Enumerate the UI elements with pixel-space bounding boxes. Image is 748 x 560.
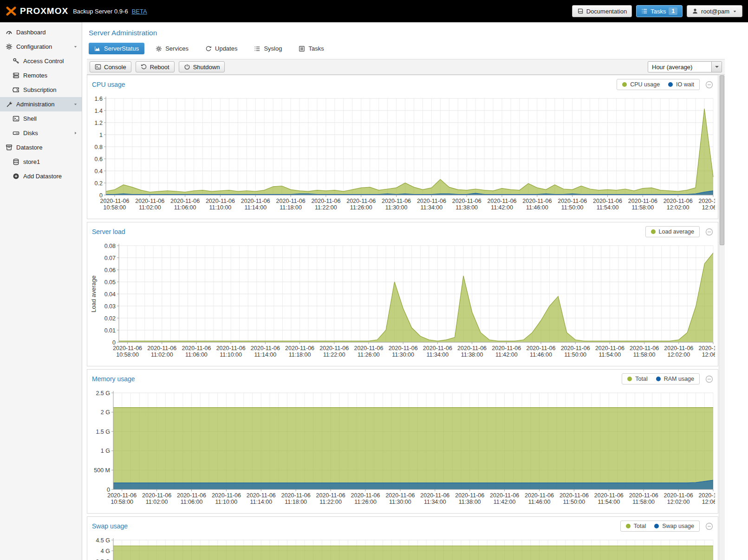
sidebar-item-label: Remotes xyxy=(23,72,47,79)
legend-dot-icon xyxy=(656,377,661,381)
documentation-label: Documentation xyxy=(586,8,627,15)
memory-usage-chart: 0500 M1 G1.5 G2 G2.5 G2020-11-0610:58:00… xyxy=(90,388,715,509)
tab-syslog[interactable]: Syslog xyxy=(248,43,287,54)
tab-tasks[interactable]: Tasks xyxy=(293,43,329,54)
svg-text:11:06:00: 11:06:00 xyxy=(185,352,208,358)
user-menu-button[interactable]: root@pam xyxy=(687,5,742,17)
legend-label: Total xyxy=(634,523,646,529)
svg-text:11:14:00: 11:14:00 xyxy=(254,352,276,358)
svg-text:11:42:00: 11:42:00 xyxy=(495,352,518,358)
svg-text:11:50:00: 11:50:00 xyxy=(564,352,586,358)
toolbar-button-label: Console xyxy=(104,64,126,71)
beta-link[interactable]: BETA xyxy=(132,8,147,15)
power-icon xyxy=(184,64,190,70)
svg-text:2020-11-06: 2020-11-06 xyxy=(247,492,276,499)
svg-text:11:26:00: 11:26:00 xyxy=(354,499,377,505)
scrollbar-thumb[interactable] xyxy=(720,75,724,245)
tab-updates[interactable]: Updates xyxy=(200,43,243,54)
svg-text:11:38:00: 11:38:00 xyxy=(455,204,478,211)
collapse-panel-button[interactable] xyxy=(705,81,713,89)
svg-text:11:22:00: 11:22:00 xyxy=(315,204,337,211)
svg-text:0.02: 0.02 xyxy=(104,315,116,322)
svg-text:10:58:00: 10:58:00 xyxy=(111,499,133,505)
svg-text:11:42:00: 11:42:00 xyxy=(494,499,516,505)
svg-text:0.2: 0.2 xyxy=(95,180,103,187)
sidebar-item-subscription[interactable]: Subscription xyxy=(0,83,82,97)
combo-trigger[interactable] xyxy=(711,62,722,72)
tab-services[interactable]: Services xyxy=(150,43,194,54)
legend-item: Total xyxy=(627,376,647,382)
reboot-button[interactable]: Reboot xyxy=(136,61,175,72)
svg-text:2020-11-06: 2020-11-06 xyxy=(457,345,487,352)
svg-text:12:06:00: 12:06:00 xyxy=(702,352,715,358)
caret-down-icon xyxy=(73,44,78,49)
sidebar-item-dashboard[interactable]: Dashboard xyxy=(0,25,82,39)
svg-text:2020-11-06: 2020-11-06 xyxy=(698,492,715,499)
sidebar-item-administration[interactable]: Administration xyxy=(0,97,82,111)
proxmox-x-icon xyxy=(6,7,17,16)
scrollbar[interactable] xyxy=(719,75,725,560)
legend-dot-icon xyxy=(651,229,656,234)
svg-text:2020-11-06: 2020-11-06 xyxy=(281,492,311,499)
legend-dot-icon xyxy=(627,377,632,381)
svg-text:2020-11-06: 2020-11-06 xyxy=(311,198,340,204)
tab-label: Tasks xyxy=(308,45,324,52)
tasks-button[interactable]: Tasks 1 xyxy=(636,5,683,17)
svg-text:2020-11-06: 2020-11-06 xyxy=(663,198,693,204)
database-icon xyxy=(13,158,20,165)
svg-text:11:46:00: 11:46:00 xyxy=(528,499,551,505)
collapse-panel-button[interactable] xyxy=(705,228,713,236)
panel-title: CPU usage xyxy=(92,81,125,88)
svg-text:11:54:00: 11:54:00 xyxy=(597,204,619,211)
legend-item: CPU usage xyxy=(622,81,660,88)
svg-text:2020-11-06: 2020-11-06 xyxy=(319,345,349,352)
svg-text:2020-11-06: 2020-11-06 xyxy=(385,492,415,499)
sidebar-item-add-datastore[interactable]: Add Datastore xyxy=(0,169,82,183)
sidebar-item-datastore[interactable]: Datastore xyxy=(0,140,82,155)
sidebar-item-label: Subscription xyxy=(23,86,57,93)
app-root: PROXMOX Backup Server 0.9-6 BETA Documen… xyxy=(0,0,748,560)
svg-text:11:22:00: 11:22:00 xyxy=(319,499,342,505)
tab-serverstatus[interactable]: ServerStatus xyxy=(89,43,144,54)
caret-right-icon xyxy=(73,130,78,136)
svg-text:11:22:00: 11:22:00 xyxy=(323,352,345,358)
sidebar-item-access-control[interactable]: Access Control xyxy=(0,54,82,68)
svg-text:0.08: 0.08 xyxy=(104,243,116,249)
svg-text:2020-11-06: 2020-11-06 xyxy=(177,492,206,499)
legend-dot-icon xyxy=(654,524,659,528)
svg-text:500 M: 500 M xyxy=(94,467,110,474)
panel-header: CPU usageCPU usageIO wait xyxy=(87,75,718,94)
console-button[interactable]: Console xyxy=(90,61,131,72)
svg-text:2020-11-06: 2020-11-06 xyxy=(698,198,715,204)
svg-text:10:58:00: 10:58:00 xyxy=(116,352,139,358)
panel-body: 0500 M1 G1.5 G2 G2.5 G3 G3.5 G4 G4.5 G20… xyxy=(87,535,718,560)
sidebar-item-configuration[interactable]: Configuration xyxy=(0,39,82,54)
panel-cpu-usage: CPU usageCPU usageIO wait00.20.40.60.811… xyxy=(87,75,718,219)
svg-text:11:06:00: 11:06:00 xyxy=(181,499,203,505)
panel-header: Memory usageTotalRAM usage xyxy=(87,370,718,388)
collapse-panel-button[interactable] xyxy=(705,522,713,530)
svg-text:11:10:00: 11:10:00 xyxy=(215,499,238,505)
chart-legend: TotalSwap usage xyxy=(620,521,700,532)
sidebar-item-label: Datastore xyxy=(16,144,42,151)
book-icon xyxy=(577,8,584,14)
timeframe-select[interactable]: Hour (average) xyxy=(648,61,722,72)
collapse-panel-button[interactable] xyxy=(705,375,713,383)
svg-text:0.4: 0.4 xyxy=(95,168,103,175)
top-bar-actions: Documentation Tasks 1 root@pam xyxy=(572,5,742,17)
svg-text:11:06:00: 11:06:00 xyxy=(174,204,196,211)
sidebar-item-shell[interactable]: Shell xyxy=(0,111,82,126)
sidebar-item-disks[interactable]: Disks xyxy=(0,126,82,140)
chart-area-icon xyxy=(94,46,101,52)
sidebar-item-remotes[interactable]: Remotes xyxy=(0,68,82,83)
legend-item: Total xyxy=(626,523,646,529)
svg-text:11:14:00: 11:14:00 xyxy=(250,499,272,505)
svg-text:11:58:00: 11:58:00 xyxy=(632,499,655,505)
legend-label: Load average xyxy=(659,228,694,235)
shutdown-button[interactable]: Shutdown xyxy=(179,61,225,72)
documentation-button[interactable]: Documentation xyxy=(572,5,632,17)
svg-text:2020-11-06: 2020-11-06 xyxy=(488,198,517,204)
timeframe-value: Hour (average) xyxy=(648,64,711,71)
chart-legend: TotalRAM usage xyxy=(622,373,700,384)
sidebar-item-store1[interactable]: store1 xyxy=(0,155,82,169)
